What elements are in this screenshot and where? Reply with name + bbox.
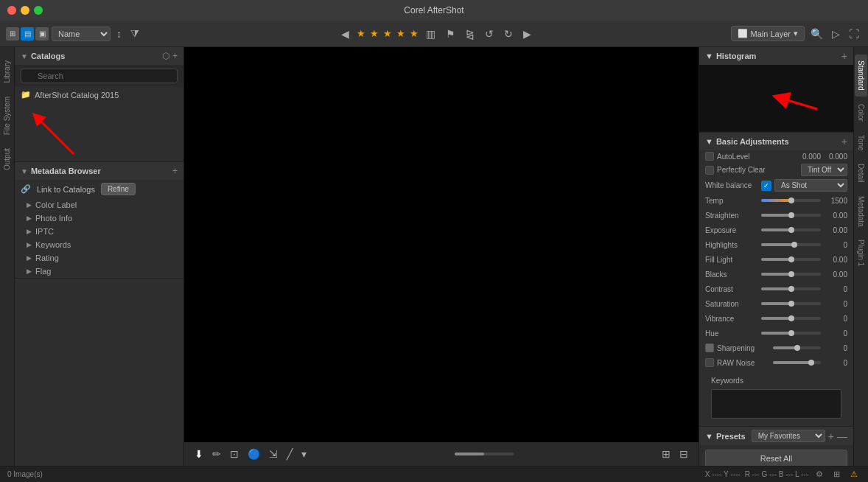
tab-plugin1[interactable]: Plugin 1 (855, 234, 867, 272)
flag-button[interactable]: ⚑ (443, 27, 458, 41)
star-4[interactable]: ★ (396, 28, 405, 39)
info-overlay-button[interactable]: ⊟ (676, 447, 691, 461)
edit-tool-button[interactable]: ✏ (209, 447, 224, 461)
canvas-area: ⬇ ✏ ⊡ 🔵 ⇲ ╱ ▾ ⊞ ⊟ (184, 47, 699, 466)
compare-button[interactable]: ⧎ (463, 27, 477, 41)
metadata-add-button[interactable]: + (172, 166, 178, 176)
status-bar: 0 Image(s) X ---- Y ---- R --- G --- B -… (0, 466, 868, 482)
sharpening-slider[interactable] (773, 346, 821, 349)
catalogs-chevron: ▼ (21, 52, 28, 60)
sort-asc-button[interactable]: ↕ (113, 27, 125, 41)
presets-more-button[interactable]: — (837, 430, 847, 442)
catalogs-import-button[interactable]: ⬡ (162, 51, 169, 61)
nav-next-button[interactable]: ▶ (520, 27, 534, 41)
basic-adj-add-button[interactable]: + (841, 136, 847, 147)
sort-dropdown[interactable]: Name (52, 27, 111, 41)
exposure-slider[interactable] (761, 228, 821, 231)
blacks-slider[interactable] (761, 273, 821, 276)
metadata-photo-info[interactable]: ▶ Photo Info (15, 212, 183, 225)
gradient-tool-button[interactable]: ⇲ (266, 447, 281, 461)
straighten-label: Straighten (705, 212, 758, 220)
color-swatch-button[interactable]: ▥ (423, 27, 438, 41)
perfectly-clear-dropdown[interactable]: Tint Off (801, 164, 847, 176)
metadata-actions: + (172, 166, 178, 176)
metadata-color-label[interactable]: ▶ Color Label (15, 198, 183, 212)
status-grid-button[interactable]: ⊞ (830, 468, 843, 481)
white-balance-dropdown[interactable]: As Shot (774, 179, 847, 192)
catalogs-header[interactable]: ▼ Catalogs ⬡ + (15, 47, 183, 65)
metadata-flag[interactable]: ▶ Flag (15, 265, 183, 278)
fullscreen-button[interactable]: ⛶ (846, 27, 862, 41)
catalogs-title: Catalogs (31, 52, 159, 60)
presets-add-button[interactable]: + (828, 430, 834, 442)
maximize-button[interactable] (34, 6, 43, 15)
more-tools-button[interactable]: ▾ (298, 447, 309, 461)
rotate-cw-button[interactable]: ↻ (501, 27, 516, 41)
reset-all-button[interactable]: Reset All (705, 450, 847, 466)
contrast-slider[interactable] (761, 287, 821, 290)
temp-slider[interactable] (761, 199, 821, 202)
tab-metadata[interactable]: Metadata (855, 190, 867, 233)
status-warning-button[interactable]: ⚠ (847, 468, 861, 481)
link-icon: 🔗 (21, 184, 31, 194)
metadata-browser-header[interactable]: ▼ Metadata Browser + (15, 162, 183, 180)
rotate-ccw-button[interactable]: ↺ (482, 27, 497, 41)
sidebar-item-file-system[interactable]: File System (1, 91, 13, 141)
vibrance-slider[interactable] (761, 317, 821, 320)
view-mode-buttons: ⊞ ▤ ▣ (6, 27, 49, 41)
refine-button[interactable]: Refine (101, 183, 136, 195)
search-input[interactable] (21, 69, 178, 83)
star-1[interactable]: ★ (357, 28, 365, 39)
highlights-slider[interactable] (761, 243, 821, 246)
brush-tool-button[interactable]: ╱ (284, 447, 295, 461)
library-view-icon[interactable]: ▤ (21, 27, 34, 41)
main-layer-button[interactable]: ⬜ Main Layer ▾ (731, 26, 805, 41)
hand-tool-button[interactable]: ⬇ (192, 447, 206, 461)
star-2[interactable]: ★ (370, 28, 379, 39)
star-5[interactable]: ★ (410, 28, 419, 39)
histogram-add-button[interactable]: + (841, 50, 847, 62)
metadata-keywords[interactable]: ▶ Keywords (15, 238, 183, 251)
tab-standard[interactable]: Standard (855, 55, 867, 97)
close-button[interactable] (7, 6, 16, 15)
saturation-slider[interactable] (761, 302, 821, 305)
hue-slider[interactable] (761, 332, 821, 335)
metadata-rating[interactable]: ▶ Rating (15, 251, 183, 265)
histogram-red-arrow (699, 65, 853, 131)
retouch-tool-button[interactable]: 🔵 (245, 447, 263, 461)
presets-dropdown[interactable]: My Favorites (752, 430, 825, 442)
sharpening-checkbox[interactable] (705, 343, 714, 352)
zoom-slider[interactable] (455, 453, 514, 455)
nav-prev-button[interactable]: ◀ (338, 27, 352, 41)
tab-tone[interactable]: Tone (855, 129, 867, 157)
catalogs-add-button[interactable]: + (172, 51, 178, 61)
grid-view-icon[interactable]: ⊞ (6, 27, 19, 41)
perfectly-clear-checkbox[interactable] (705, 166, 714, 175)
star-3[interactable]: ★ (383, 28, 392, 39)
filter-button[interactable]: ⧩ (127, 26, 142, 41)
raw-noise-slider[interactable] (773, 361, 821, 364)
search-icon[interactable]: 🔍 (808, 27, 826, 41)
detail-view-icon[interactable]: ▣ (35, 27, 49, 41)
sidebar-item-output[interactable]: Output (1, 142, 13, 176)
metadata-browser-section: ▼ Metadata Browser + 🔗 Link to Catalogs … (15, 162, 183, 279)
keywords-box[interactable] (711, 389, 841, 419)
slideshow-button[interactable]: ▷ (829, 27, 843, 41)
tab-color[interactable]: Color (855, 98, 867, 128)
sidebar-item-library[interactable]: Library (1, 55, 13, 89)
catalog-item[interactable]: 📁 AfterShot Catalog 2015 (15, 87, 183, 102)
crop-tool-button[interactable]: ⊡ (227, 447, 242, 461)
white-balance-checkbox[interactable]: ✓ (761, 181, 771, 191)
saturation-slider-row: Saturation 0 (699, 296, 853, 311)
autolevel-checkbox[interactable] (705, 152, 714, 161)
canvas-image-area (184, 47, 699, 466)
tab-detail[interactable]: Detail (855, 158, 867, 189)
minimize-button[interactable] (21, 6, 29, 15)
status-settings-button[interactable]: ⚙ (813, 468, 826, 481)
straighten-slider[interactable] (761, 214, 821, 217)
presets-title: Presets (716, 432, 746, 441)
metadata-iptc[interactable]: ▶ IPTC (15, 225, 183, 238)
grid-overlay-button[interactable]: ⊞ (659, 447, 673, 461)
raw-noise-checkbox[interactable] (705, 358, 714, 367)
fill-light-slider[interactable] (761, 258, 821, 261)
